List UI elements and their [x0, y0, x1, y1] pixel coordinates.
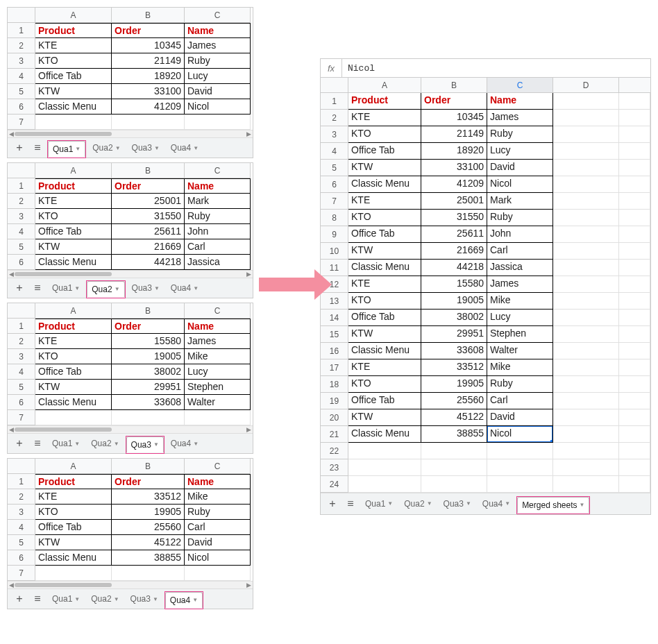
cell-product[interactable]: KTE [348, 276, 421, 293]
cell-empty[interactable] [619, 359, 650, 376]
row-header[interactable]: 8 [321, 210, 348, 226]
cell-name[interactable]: Carl [487, 243, 553, 260]
col-header-c[interactable]: C [487, 78, 553, 93]
cell-order[interactable]: 44218 [112, 255, 185, 270]
cell-empty[interactable] [553, 210, 619, 226]
row-header[interactable]: 4 [8, 520, 35, 535]
cell-order[interactable]: Order [421, 93, 487, 110]
row-header[interactable]: 6 [8, 395, 35, 410]
cell-name[interactable]: Carl [185, 520, 251, 535]
cell-order[interactable]: 25560 [421, 393, 487, 409]
all-sheets-menu-icon[interactable]: ≡ [30, 437, 45, 450]
cell-order[interactable]: 21669 [421, 243, 487, 260]
sheet-tab-merged-sheets[interactable]: Merged sheets▼ [517, 497, 589, 513]
cell-name[interactable]: Ruby [185, 505, 251, 520]
cell-order[interactable]: 38855 [112, 550, 185, 566]
cell-empty[interactable] [112, 115, 185, 130]
cell-empty[interactable] [619, 293, 650, 310]
cell-name[interactable]: Nicol [185, 550, 251, 566]
cell-empty[interactable] [421, 443, 487, 459]
row-header[interactable]: 1 [8, 474, 35, 489]
row-header[interactable]: 5 [8, 239, 35, 255]
cell-product[interactable]: KTW [35, 535, 112, 550]
select-all-corner[interactable] [8, 8, 35, 23]
row-header[interactable]: 7 [8, 410, 35, 425]
formula-input[interactable]: Nicol [342, 63, 650, 74]
cell-product[interactable]: KTW [35, 380, 112, 395]
sheet-tab-qua4[interactable]: Qua4▼ [167, 281, 203, 295]
cell-empty[interactable] [553, 409, 619, 426]
col-header-a[interactable]: A [35, 8, 112, 23]
cell-product[interactable]: KTW [348, 326, 421, 343]
horizontal-scrollbar[interactable]: ◀▶ [8, 581, 253, 588]
cell-name[interactable]: John [185, 224, 251, 239]
cell-order[interactable]: 33608 [112, 395, 185, 410]
cell-name[interactable]: Carl [487, 393, 553, 409]
col-header-c[interactable]: C [185, 303, 251, 319]
cell-product[interactable]: KTO [348, 293, 421, 310]
sheet-tab-qua3[interactable]: Qua3▼ [128, 141, 164, 155]
col-header-b[interactable]: B [112, 303, 185, 319]
row-header[interactable]: 5 [8, 380, 35, 395]
row-header[interactable]: 3 [8, 349, 35, 364]
cell-empty[interactable] [487, 459, 553, 476]
cell-empty[interactable] [553, 293, 619, 310]
row-header[interactable]: 3 [8, 53, 35, 69]
cell-empty[interactable] [553, 193, 619, 210]
row-header[interactable]: 3 [321, 126, 348, 143]
cell-order[interactable]: 45122 [421, 409, 487, 426]
cell-product[interactable]: Classic Menu [348, 260, 421, 276]
sheet-tab-qua3[interactable]: Qua3▼ [128, 281, 164, 295]
cell-name[interactable]: Mark [185, 194, 251, 209]
cell-order[interactable]: 18920 [112, 69, 185, 84]
cell-product[interactable]: KTW [348, 243, 421, 260]
all-sheets-menu-icon[interactable]: ≡ [30, 141, 45, 155]
cell-product[interactable]: Office Tab [35, 224, 112, 239]
row-header[interactable]: 7 [8, 566, 35, 581]
cell-empty[interactable] [619, 126, 650, 143]
cell-empty[interactable] [619, 343, 650, 359]
cell-empty[interactable] [348, 459, 421, 476]
cell-header-product[interactable]: Product [35, 319, 112, 334]
row-header[interactable]: 4 [8, 364, 35, 380]
cell-empty[interactable] [421, 476, 487, 493]
col-header-b[interactable]: B [112, 8, 185, 23]
row-header[interactable]: 3 [8, 209, 35, 224]
cell-product[interactable]: KTO [35, 349, 112, 364]
cell-product[interactable]: Classic Menu [348, 343, 421, 359]
cell-product[interactable]: KTW [348, 409, 421, 426]
row-header[interactable]: 1 [8, 178, 35, 194]
sheet-tab-qua2[interactable]: Qua2▼ [87, 437, 123, 450]
cell-empty[interactable] [348, 476, 421, 493]
cell-empty[interactable] [553, 110, 619, 126]
horizontal-scrollbar[interactable]: ◀▶ [8, 270, 253, 278]
cell-name[interactable]: Stephen [487, 326, 553, 343]
cell-order[interactable]: 19005 [112, 349, 185, 364]
cell-name[interactable]: Nicol [487, 426, 553, 443]
cell-product[interactable]: KTE [348, 359, 421, 376]
cell-name[interactable]: David [487, 409, 553, 426]
row-header[interactable]: 24 [321, 476, 348, 493]
cell-empty[interactable] [185, 566, 251, 581]
cell-empty[interactable] [553, 243, 619, 260]
cell-empty[interactable] [112, 566, 185, 581]
cell-name[interactable]: Walter [487, 343, 553, 359]
col-header-d[interactable]: D [553, 78, 619, 93]
cell-order[interactable]: 31550 [112, 209, 185, 224]
row-header[interactable]: 1 [8, 23, 35, 38]
cell-order[interactable]: 10345 [112, 38, 185, 53]
cell-product[interactable]: KTO [348, 210, 421, 226]
cell-product[interactable]: KTO [35, 53, 112, 69]
cell-product[interactable]: Office Tab [348, 143, 421, 160]
cell-product[interactable]: Product [348, 93, 421, 110]
cell-order[interactable]: 44218 [421, 260, 487, 276]
sheet-tab-qua4[interactable]: Qua4▼ [167, 141, 203, 155]
cell-name[interactable]: Lucy [185, 69, 251, 84]
cell-order[interactable]: 25560 [112, 520, 185, 535]
row-header[interactable]: 6 [8, 99, 35, 115]
col-header-c[interactable]: C [185, 459, 251, 474]
cell-header-product[interactable]: Product [35, 178, 112, 194]
all-sheets-menu-icon[interactable]: ≡ [343, 497, 358, 511]
select-all-corner[interactable] [8, 459, 35, 474]
row-header[interactable]: 5 [8, 84, 35, 99]
